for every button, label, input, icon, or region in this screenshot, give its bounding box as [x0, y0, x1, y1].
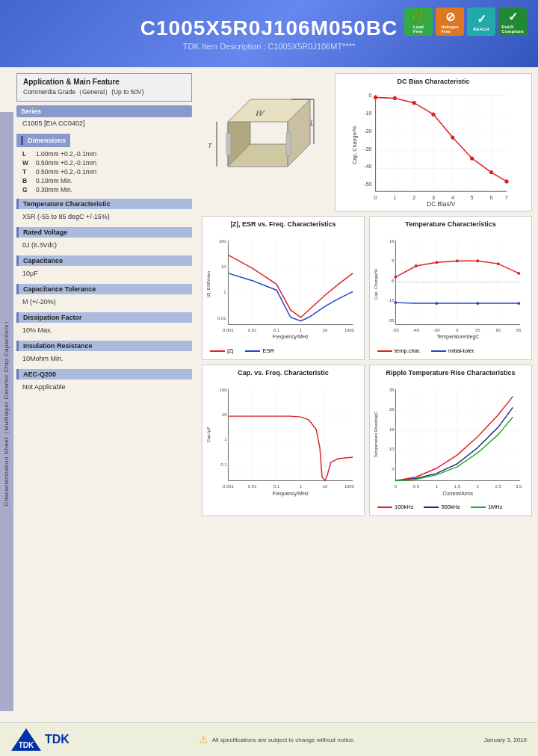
- svg-text:5: 5: [392, 258, 395, 263]
- svg-point-44: [412, 101, 416, 105]
- svg-text:10: 10: [389, 447, 395, 451]
- svg-point-49: [504, 179, 508, 183]
- svg-text:-10: -10: [364, 110, 371, 117]
- svg-point-46: [451, 136, 454, 140]
- svg-text:0.1: 0.1: [273, 328, 279, 332]
- svg-point-45: [431, 113, 435, 117]
- svg-text:1: 1: [300, 484, 302, 489]
- ripple-temp-svg: 35 25 15 10 5 0 0.5 1 1.5 2 2.5 3.5: [374, 379, 528, 502]
- halogen-free-badge: ⊘ HalogenFree: [436, 7, 464, 36]
- ripple-legend: 100kHz 500kHz 1MHz: [374, 502, 528, 512]
- svg-text:-40: -40: [364, 163, 371, 170]
- svg-text:25: 25: [475, 328, 480, 332]
- svg-text:6: 6: [489, 194, 492, 201]
- svg-text:3.5: 3.5: [516, 484, 522, 489]
- svg-text:DC Bias/V: DC Bias/V: [427, 201, 456, 207]
- svg-point-102: [394, 301, 397, 304]
- svg-text:T: T: [208, 142, 213, 149]
- svg-text:35: 35: [389, 388, 395, 392]
- left-panel: Application & Main Feature Commerdia Gra…: [16, 73, 196, 716]
- svg-text:3: 3: [432, 194, 435, 201]
- header: C1005X5R0J106M050BC TDK Item Description…: [0, 0, 538, 67]
- svg-text:-15: -15: [388, 298, 395, 303]
- dc-bias-svg: 0 -10 -20 -30 -40 -50 0 1 2 3 4 5 6 7: [339, 87, 528, 207]
- lead-free-badge: 🌿 LeadFree: [404, 7, 433, 36]
- svg-text:1.5: 1.5: [454, 484, 461, 489]
- svg-text:0: 0: [395, 484, 398, 489]
- app-main-title: Application & Main Feature: [23, 78, 185, 86]
- svg-text:10: 10: [323, 328, 328, 332]
- rated-voltage-value: 0J (6.3Vdc): [16, 239, 192, 251]
- impedance-legend: |Z| ESR: [206, 346, 360, 356]
- dim-G: G0.30mm Min.: [16, 185, 192, 194]
- tdk-logo-svg: TDK: [11, 728, 41, 751]
- svg-text:25: 25: [389, 407, 395, 412]
- svg-text:15: 15: [389, 427, 395, 432]
- svg-text:2: 2: [412, 194, 415, 201]
- svg-text:0: 0: [374, 194, 377, 201]
- svg-point-42: [374, 96, 377, 99]
- svg-text:-20: -20: [433, 328, 440, 332]
- cap-tolerance-box: Capacitance Tolerance M (+/-20%): [16, 284, 192, 308]
- cap-tolerance-label: Capacitance Tolerance: [16, 284, 192, 294]
- series-label: Series: [16, 105, 192, 117]
- rated-voltage-label: Rated Voltage: [16, 227, 192, 238]
- dissipation-box: Dissipation Factor 10% Max.: [16, 312, 192, 336]
- insulation-label: Insulation Resistance: [16, 341, 192, 351]
- svg-text:-5: -5: [390, 279, 395, 283]
- 1mhz-legend: 1MHz: [471, 504, 503, 510]
- svg-point-99: [476, 259, 479, 262]
- svg-point-104: [476, 302, 479, 305]
- svg-point-100: [497, 262, 500, 265]
- svg-text:-40: -40: [413, 328, 420, 332]
- temperature-chart: Temperature Characteristics 15 5 -5 -15 …: [369, 216, 532, 360]
- aec-label: AEC-Q200: [16, 369, 192, 379]
- svg-text:10: 10: [323, 484, 328, 489]
- capacitor-3d-svg: W L T: [205, 77, 325, 204]
- dim-B: B0.10mm Min.: [16, 176, 192, 185]
- series-box: Series C1005 [EIA CC0402]: [16, 105, 192, 129]
- svg-text:Cap. Change/%: Cap. Change/%: [351, 126, 358, 164]
- dc-bias-chart: DC Bias Characteristic 0 -10 -20 -30 -40…: [335, 73, 532, 211]
- svg-text:0.1: 0.1: [273, 484, 279, 489]
- capacitance-label: Capacitance: [16, 255, 192, 266]
- z-legend-item: |Z|: [210, 347, 233, 354]
- svg-text:100: 100: [219, 239, 227, 244]
- svg-text:0.01: 0.01: [248, 484, 256, 489]
- svg-point-103: [435, 302, 438, 305]
- svg-point-98: [456, 259, 459, 262]
- svg-text:Cap./μF: Cap./μF: [206, 427, 211, 442]
- cap-tolerance-value: M (+/-20%): [16, 296, 192, 308]
- svg-rect-10: [226, 133, 231, 155]
- app-main-feature-box: Application & Main Feature Commerdia Gra…: [16, 73, 192, 102]
- svg-text:10: 10: [221, 264, 226, 269]
- svg-text:4: 4: [451, 194, 454, 201]
- svg-text:Temperature/degC: Temperature/degC: [436, 334, 479, 340]
- footer-date: January 3, 2016: [484, 737, 527, 743]
- aec-value: Not Applicable: [16, 381, 192, 393]
- svg-rect-11: [286, 133, 291, 155]
- svg-text:0.1: 0.1: [220, 462, 226, 467]
- svg-text:0.001: 0.001: [223, 484, 234, 489]
- svg-text:-50: -50: [364, 181, 371, 188]
- svg-text:2: 2: [477, 484, 479, 489]
- footer-notice: ⚠ All specifications are subject to chan…: [199, 734, 355, 746]
- svg-text:7: 7: [505, 194, 508, 201]
- cap-freq-chart: Cap. vs. Freq. Characteristic 100 10 1 0…: [202, 365, 365, 516]
- app-main-content: Commerdia Grade（General）(Up to 50V): [23, 88, 185, 97]
- svg-text:-30: -30: [364, 146, 371, 152]
- product-title: C1005X5R0J106M050BC: [140, 16, 398, 40]
- capacitance-value: 10μF: [16, 267, 192, 279]
- svg-text:-55: -55: [392, 328, 399, 332]
- svg-text:Cap. Change/%: Cap. Change/%: [374, 268, 378, 300]
- series-value: C1005 [EIA CC0402]: [16, 117, 192, 129]
- svg-text:0: 0: [368, 92, 371, 99]
- svg-point-97: [435, 261, 438, 264]
- svg-text:85: 85: [516, 328, 522, 332]
- temp-char-box: Temperature Characteristic X5R (-55 to 8…: [16, 199, 192, 223]
- svg-text:1: 1: [224, 437, 226, 441]
- svg-text:Current/Arms: Current/Arms: [442, 491, 473, 496]
- ripple-temp-title: Ripple Temperature Rise Characteristics: [374, 369, 528, 377]
- impedance-title: |Z|, ESR vs. Freq. Characteristics: [206, 220, 360, 228]
- svg-text:Temperature Rise/degC: Temperature Rise/degC: [374, 411, 378, 458]
